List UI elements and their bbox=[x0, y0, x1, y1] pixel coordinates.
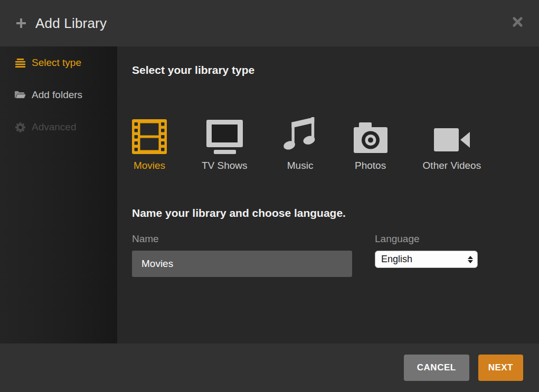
next-button[interactable]: NEXT bbox=[478, 355, 523, 381]
library-type-music[interactable]: Music bbox=[282, 113, 318, 172]
library-type-label: Movies bbox=[134, 159, 165, 172]
folder-icon bbox=[14, 89, 26, 101]
music-note-icon bbox=[282, 113, 318, 154]
sidebar-item-label: Select type bbox=[32, 57, 81, 69]
camera-icon bbox=[353, 113, 388, 154]
language-field-label: Language bbox=[375, 233, 478, 245]
dialog-title: Add Library bbox=[35, 15, 107, 32]
language-select-value: English bbox=[381, 254, 412, 265]
cancel-button[interactable]: CANCEL bbox=[404, 355, 469, 381]
library-name-input[interactable] bbox=[132, 251, 352, 277]
library-type-other-videos[interactable]: Other Videos bbox=[423, 113, 481, 172]
sidebar-item-label: Add folders bbox=[32, 89, 82, 101]
steps-sidebar: Select type Add folders bbox=[0, 46, 117, 343]
add-library-dialog: Add Library Select type bbox=[0, 0, 539, 392]
video-camera-icon bbox=[433, 113, 470, 154]
main-panel: Select your library type bbox=[117, 46, 539, 343]
dialog-footer: CANCEL NEXT bbox=[0, 343, 539, 392]
language-select[interactable]: English bbox=[375, 251, 478, 268]
name-field-label: Name bbox=[132, 233, 352, 245]
list-icon bbox=[14, 57, 26, 69]
library-type-label: TV Shows bbox=[202, 159, 248, 172]
library-type-photos[interactable]: Photos bbox=[353, 113, 388, 172]
library-type-label: Other Videos bbox=[423, 159, 481, 172]
library-type-tv-shows[interactable]: TV Shows bbox=[202, 113, 248, 172]
type-section-heading: Select your library type bbox=[132, 46, 539, 78]
close-icon[interactable] bbox=[512, 16, 524, 28]
library-type-movies[interactable]: Movies bbox=[132, 113, 167, 172]
name-field-group: Name bbox=[132, 233, 352, 277]
gear-icon bbox=[14, 121, 26, 133]
library-type-label: Music bbox=[287, 159, 314, 172]
filmstrip-icon bbox=[132, 113, 167, 154]
plus-icon bbox=[15, 17, 27, 30]
select-stepper-icon bbox=[468, 256, 473, 263]
library-type-row: Movies TV Shows bbox=[132, 113, 539, 172]
library-type-label: Photos bbox=[355, 159, 386, 172]
sidebar-item-advanced: Advanced bbox=[0, 121, 117, 133]
name-section-heading: Name your library and choose language. bbox=[132, 206, 539, 221]
tv-icon bbox=[205, 113, 244, 154]
sidebar-item-add-folders[interactable]: Add folders bbox=[0, 89, 117, 101]
sidebar-item-label: Advanced bbox=[32, 121, 77, 133]
language-field-group: Language English bbox=[375, 233, 478, 277]
fields-row: Name Language English bbox=[132, 233, 539, 277]
sidebar-item-select-type[interactable]: Select type bbox=[0, 57, 117, 69]
dialog-header: Add Library bbox=[0, 0, 539, 46]
